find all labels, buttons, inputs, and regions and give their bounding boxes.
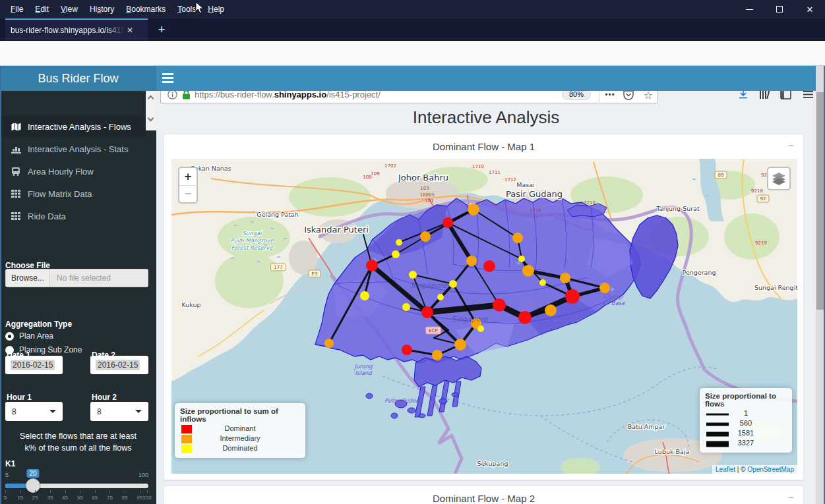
radio-selected-icon (5, 332, 14, 341)
slider-tick (5, 490, 6, 493)
mouse-cursor (195, 1, 204, 14)
menu-help[interactable]: Help (202, 2, 229, 16)
window-minimize-button[interactable] (734, 0, 764, 18)
app-brand[interactable]: Bus Rider Flow (0, 66, 156, 91)
legend-row: 3327 (705, 439, 787, 449)
slider-handle[interactable] (26, 478, 40, 493)
slider-tick (80, 490, 80, 493)
sidebar-item-area-hourly-flow[interactable]: Area Hourly Flow (0, 160, 146, 182)
date1-input[interactable]: 2016-02-15 (5, 356, 63, 374)
legend-label: Dominant (224, 424, 255, 432)
zoom-out-button[interactable]: − (179, 185, 197, 202)
sidebar-toggle-button[interactable] (162, 73, 173, 83)
svg-text:✈: ✈ (609, 286, 615, 293)
browser-tab[interactable]: bus-rider-flow.shinyapps.io/is415-p ✕ (5, 18, 148, 41)
map1-collapse-button[interactable]: − (788, 140, 794, 151)
close-icon: ✕ (807, 5, 814, 14)
route-shield-label: E3 (312, 271, 318, 277)
tab-close-icon[interactable]: ✕ (127, 26, 133, 35)
new-tab-button[interactable]: + (153, 22, 170, 39)
sidebar-item-flow-matrix-data[interactable]: Flow Matrix Data (0, 182, 146, 205)
map-label: Kukup (181, 301, 200, 308)
slider-label: K1 (5, 459, 15, 468)
hamburger-icon (803, 90, 813, 99)
slider-tick (140, 490, 140, 493)
flow-node (483, 260, 495, 272)
file-name-field[interactable]: No file selected (50, 269, 148, 287)
screen: { "window": { "menu": [ {"label":"File",… (0, 0, 825, 504)
map-label: 109 (371, 171, 379, 177)
map-label: Tanjung Surat (656, 205, 700, 212)
chevron-down-icon (135, 410, 142, 413)
hour2-select[interactable]: 8 (90, 402, 148, 421)
flow-node (599, 283, 610, 293)
hour1-select[interactable]: 8 (5, 402, 63, 421)
flow-node (565, 289, 580, 304)
browse-button[interactable]: Browse... (5, 269, 50, 287)
pocket-glyph (623, 90, 634, 100)
zoom-in-button[interactable]: + (179, 168, 197, 185)
flow-node (437, 294, 444, 300)
menu-edit[interactable]: Edit (30, 2, 54, 16)
radio-plan-area[interactable]: Plan Area (5, 331, 53, 341)
legend-label: 560 (740, 419, 752, 427)
flow-node (545, 304, 557, 316)
scroll-down-icon[interactable] (148, 115, 154, 122)
map-label: 9219 (755, 240, 767, 246)
leaflet-link[interactable]: Leaflet (716, 466, 735, 473)
layers-control[interactable] (767, 167, 791, 190)
map-label: Pengerang (683, 269, 716, 276)
map-label: 1712 (504, 177, 516, 182)
flow-node (468, 204, 479, 215)
slider-tick (35, 490, 36, 493)
window-titlebar: FileEditViewHistoryBookmarksToolsHelp ✕ (0, 0, 825, 18)
flow-node (560, 273, 570, 283)
flow-node (518, 311, 532, 324)
map-label: Pasir Gudang (506, 189, 563, 199)
page-title: Interactive Analysis (156, 107, 816, 128)
app-navbar: Bus Rider Flow (0, 66, 825, 91)
map-icon (11, 123, 21, 131)
window-close-button[interactable]: ✕ (795, 0, 825, 18)
window-maximize-button[interactable] (764, 0, 795, 18)
flow-node (409, 271, 417, 279)
osm-link[interactable]: OpenStreetMap (747, 466, 794, 473)
map-label: 1702 (384, 163, 396, 169)
legend-label: 3327 (738, 439, 754, 447)
legend-color-swatch (181, 425, 192, 434)
flow-node (396, 239, 402, 246)
date2-input[interactable]: 2016-02-15 (90, 356, 148, 374)
hour2-label: Hour 2 (92, 393, 117, 402)
map1-panel-title: Dominant Flow - Map 1 (433, 141, 535, 152)
map-label: 1710 (472, 164, 484, 169)
legend-row: 1581 (705, 429, 787, 439)
menu-file[interactable]: File (5, 2, 28, 16)
flow-node (366, 260, 378, 271)
aggregation-label: Aggregation Type (5, 320, 72, 329)
route-shield-label: ECP (429, 328, 438, 333)
menu-history[interactable]: History (84, 2, 119, 16)
flow-node (522, 265, 534, 277)
map2-collapse-button[interactable]: − (788, 491, 794, 503)
map-label: 1711 (489, 170, 501, 175)
help-text-line1: Select the flows that are at least (0, 432, 156, 441)
map-label: Changi (603, 293, 624, 300)
legend-row: 560 (705, 419, 787, 429)
slider-track[interactable] (5, 484, 148, 488)
sidebar-item-interactive-analysis-stats[interactable]: Interactive Analysis - Stats (0, 138, 146, 160)
flow-node (539, 279, 546, 286)
legend-label: 1 (744, 409, 748, 417)
menu-view[interactable]: View (55, 2, 83, 16)
leaflet-map[interactable]: ✈✈✈ 9289177E3ECP Pekan NanasJohor BahruM… (171, 159, 797, 474)
flow-node (324, 339, 334, 348)
inflows-legend: Size proportional to sum of inflows Domi… (175, 403, 305, 458)
sidebar-scrollbar[interactable] (146, 91, 156, 130)
menu-bookmarks[interactable]: Bookmarks (121, 2, 171, 16)
help-text-line2: k% of the sum of all the flows (0, 443, 156, 453)
flows-legend-title: Size proportional to flows (705, 392, 787, 408)
scroll-up-icon[interactable] (148, 96, 154, 102)
window-border-left (0, 66, 1, 504)
sidebar-item-ride-data[interactable]: Ride Data (0, 205, 146, 227)
sidebar-item-interactive-analysis-flows[interactable]: Interactive Analysis - Flows (0, 115, 146, 138)
slider-tick (50, 490, 51, 493)
